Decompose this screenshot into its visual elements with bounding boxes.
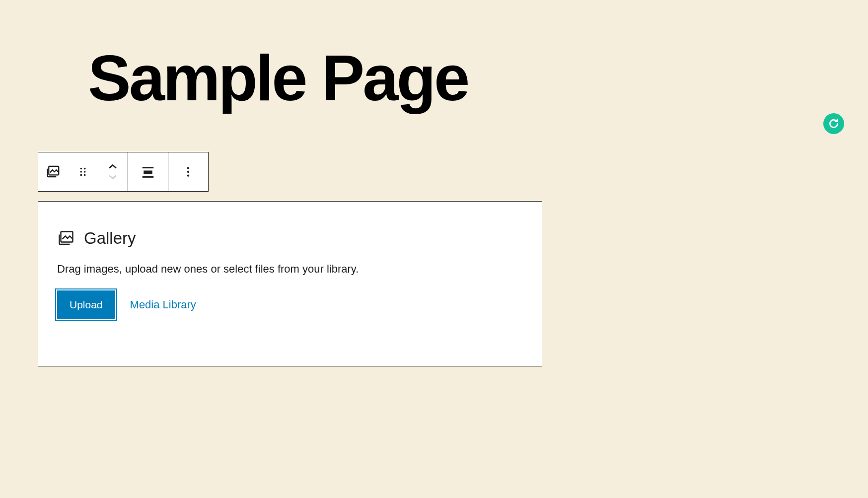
toolbar-group-block-type <box>38 152 128 191</box>
drag-handle-icon <box>77 166 88 177</box>
gallery-header: Gallery <box>57 229 523 248</box>
svg-point-10 <box>187 167 189 169</box>
gallery-block-description: Drag images, upload new ones or select f… <box>57 263 523 276</box>
gallery-actions: Upload Media Library <box>57 290 523 319</box>
svg-point-2 <box>84 168 86 170</box>
drag-handle-button[interactable] <box>68 152 98 191</box>
media-library-link[interactable]: Media Library <box>130 298 196 311</box>
chevron-up-icon <box>107 164 118 170</box>
move-buttons <box>98 152 128 191</box>
svg-point-3 <box>80 171 82 173</box>
svg-rect-8 <box>144 171 152 175</box>
page-title[interactable]: Sample Page <box>88 46 468 110</box>
block-type-button[interactable] <box>38 152 68 191</box>
align-button[interactable] <box>128 152 168 191</box>
svg-point-11 <box>187 171 189 173</box>
toolbar-group-more <box>168 152 208 191</box>
upload-button[interactable]: Upload <box>57 290 115 319</box>
grammarly-badge[interactable] <box>823 113 844 134</box>
toolbar-group-align <box>128 152 168 191</box>
more-options-button[interactable] <box>168 152 208 191</box>
gallery-icon <box>46 164 61 179</box>
gallery-icon <box>57 229 75 247</box>
svg-point-6 <box>84 174 86 176</box>
more-vertical-icon <box>182 165 195 178</box>
svg-rect-7 <box>143 167 154 168</box>
move-up-button[interactable] <box>107 164 118 170</box>
gallery-block-title: Gallery <box>84 229 136 248</box>
align-icon <box>141 164 155 179</box>
svg-point-5 <box>80 174 82 176</box>
svg-point-1 <box>80 168 82 170</box>
gallery-block-placeholder[interactable]: Gallery Drag images, upload new ones or … <box>38 201 542 366</box>
move-down-button[interactable] <box>107 174 118 180</box>
svg-point-4 <box>84 171 86 173</box>
svg-rect-9 <box>143 176 154 178</box>
block-toolbar <box>38 152 209 192</box>
grammarly-icon <box>827 117 840 130</box>
chevron-down-icon <box>107 174 118 180</box>
svg-point-12 <box>187 174 189 176</box>
